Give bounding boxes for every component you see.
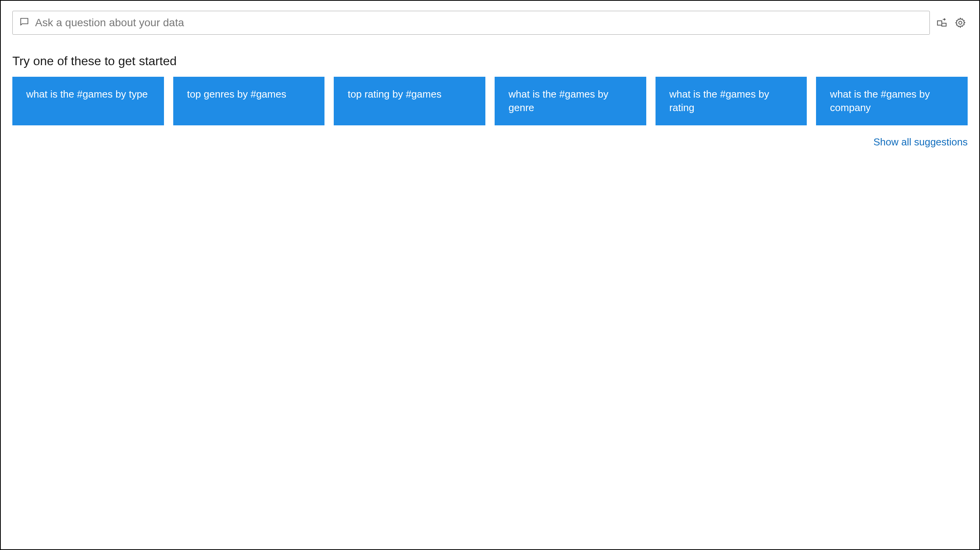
suggestion-cards: what is the #games by type top genres by… (12, 77, 968, 125)
show-all-row: Show all suggestions (12, 136, 968, 148)
svg-point-2 (959, 21, 962, 24)
suggestion-card-label: what is the #games by company (830, 88, 954, 115)
suggestion-card[interactable]: top rating by #games (334, 77, 485, 125)
suggestion-card-label: what is the #games by rating (669, 88, 793, 115)
toolbar-icons (934, 15, 968, 30)
gear-icon (955, 17, 966, 29)
suggestion-card-label: top genres by #games (187, 88, 286, 101)
search-row (12, 11, 968, 35)
show-all-suggestions-link[interactable]: Show all suggestions (874, 136, 968, 148)
search-box[interactable] (12, 11, 930, 35)
svg-rect-1 (942, 23, 946, 26)
svg-rect-0 (938, 21, 942, 25)
suggestion-card[interactable]: what is the #games by company (816, 77, 968, 125)
convert-visual-icon (936, 17, 948, 29)
suggestion-card[interactable]: what is the #games by rating (656, 77, 807, 125)
suggestion-card-label: top rating by #games (348, 88, 441, 101)
suggestion-card[interactable]: top genres by #games (173, 77, 325, 125)
suggestion-card-label: what is the #games by type (26, 88, 148, 101)
settings-button[interactable] (953, 15, 968, 30)
qna-panel: Try one of these to get started what is … (0, 0, 980, 550)
convert-visual-button[interactable] (934, 15, 949, 30)
suggestion-card[interactable]: what is the #games by type (12, 77, 164, 125)
chat-icon (19, 17, 30, 29)
suggestion-card[interactable]: what is the #games by genre (495, 77, 646, 125)
suggestion-card-label: what is the #games by genre (509, 88, 632, 115)
suggestions-heading: Try one of these to get started (12, 54, 968, 68)
question-input[interactable] (35, 17, 923, 29)
